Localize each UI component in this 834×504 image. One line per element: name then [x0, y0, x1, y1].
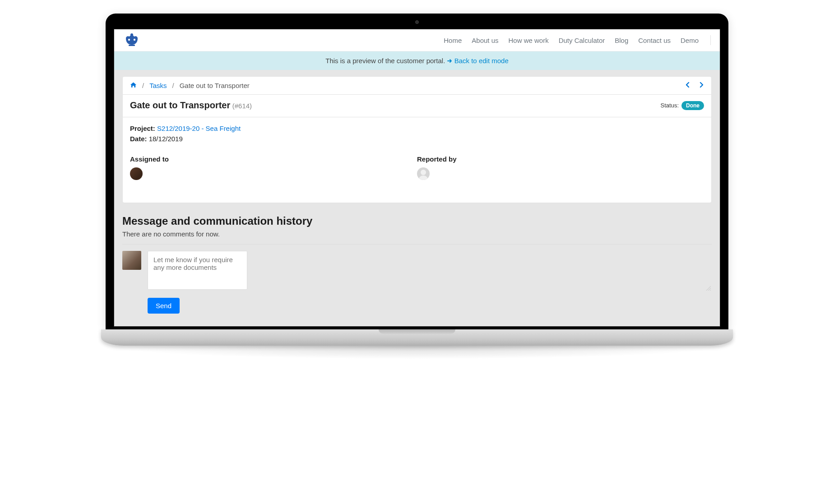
- laptop-base: [101, 329, 733, 346]
- assigned-label: Assigned to: [130, 155, 417, 163]
- project-row: Project: S212/2019-20 - Sea Freight: [130, 125, 704, 132]
- no-comments-text: There are no comments for now.: [122, 230, 712, 238]
- chevron-right-icon: [699, 82, 704, 88]
- card-title-row: Gate out to Transporter (#614) Status: D…: [123, 95, 711, 117]
- arrow-right-icon: [447, 57, 453, 65]
- people-row: Assigned to Reported by: [130, 155, 704, 180]
- crown-logo-icon: [123, 33, 140, 47]
- card-header: / Tasks / Gate out to Transporter: [123, 77, 711, 95]
- task-card: / Tasks / Gate out to Transporter: [122, 76, 712, 203]
- next-button[interactable]: [699, 81, 704, 90]
- svg-rect-3: [129, 45, 135, 46]
- nav-contact-us[interactable]: Contact us: [638, 37, 671, 44]
- nav-about-us[interactable]: About us: [472, 37, 498, 44]
- date-row: Date: 18/12/2019: [130, 135, 704, 143]
- nav-duty-calculator[interactable]: Duty Calculator: [559, 37, 605, 44]
- date-label: Date:: [130, 135, 147, 143]
- project-link[interactable]: S212/2019-20 - Sea Freight: [157, 125, 241, 132]
- assigned-col: Assigned to: [130, 155, 417, 180]
- nav-demo[interactable]: Demo: [681, 37, 699, 44]
- task-id: (#614): [232, 102, 252, 110]
- status-badge: Done: [681, 101, 704, 110]
- breadcrumb-current: Gate out to Transporter: [180, 82, 250, 89]
- status: Status: Done: [661, 101, 704, 110]
- laptop-shadow: [101, 346, 733, 359]
- camera-icon: [415, 20, 419, 24]
- history-heading: Message and communication history: [122, 215, 712, 227]
- compose-row: [122, 251, 712, 291]
- nav-blog[interactable]: Blog: [615, 37, 628, 44]
- home-icon[interactable]: [130, 82, 137, 89]
- task-title: Gate out to Transporter: [130, 100, 230, 110]
- status-label: Status:: [661, 102, 679, 109]
- nav-divider: [710, 35, 711, 45]
- breadcrumb-sep-2: /: [172, 82, 174, 89]
- comment-input[interactable]: [148, 251, 247, 290]
- back-to-edit-label: Back to edit mode: [454, 57, 509, 65]
- screen: Home About us How we work Duty Calculato…: [114, 29, 720, 327]
- nav-home[interactable]: Home: [444, 37, 462, 44]
- back-to-edit-link[interactable]: Back to edit mode: [447, 57, 509, 65]
- preview-banner: This is a preview of the customer portal…: [114, 51, 720, 70]
- project-label: Project:: [130, 125, 155, 132]
- compose-avatar: [122, 251, 141, 270]
- breadcrumb-sep-1: /: [142, 82, 144, 89]
- prev-button[interactable]: [685, 81, 690, 90]
- logo[interactable]: [123, 33, 140, 47]
- resize-handle-icon: [706, 286, 711, 291]
- reported-label: Reported by: [417, 155, 704, 163]
- laptop-hinge-notch: [379, 329, 455, 334]
- pager: [685, 81, 704, 90]
- card-body: Project: S212/2019-20 - Sea Freight Date…: [123, 117, 711, 203]
- page-body: / Tasks / Gate out to Transporter: [114, 70, 720, 323]
- top-nav: Home About us How we work Duty Calculato…: [444, 35, 711, 45]
- date-value: 18/12/2019: [149, 135, 183, 143]
- chevron-left-icon: [685, 82, 690, 88]
- app-header: Home About us How we work Duty Calculato…: [114, 29, 720, 51]
- laptop-bezel: Home About us How we work Duty Calculato…: [106, 14, 728, 329]
- history-divider: [122, 244, 712, 245]
- reported-avatar[interactable]: [417, 167, 430, 180]
- preview-banner-text: This is a preview of the customer portal…: [325, 57, 445, 65]
- laptop-mockup: Home About us How we work Duty Calculato…: [106, 14, 728, 359]
- reported-col: Reported by: [417, 155, 704, 180]
- send-button[interactable]: Send: [148, 298, 180, 314]
- history-section: Message and communication history There …: [122, 215, 712, 314]
- assigned-avatar[interactable]: [130, 167, 143, 180]
- svg-point-1: [128, 39, 130, 41]
- svg-point-2: [134, 39, 135, 41]
- nav-how-we-work[interactable]: How we work: [509, 37, 549, 44]
- breadcrumb: / Tasks / Gate out to Transporter: [130, 82, 250, 89]
- breadcrumb-tasks-link[interactable]: Tasks: [149, 82, 167, 89]
